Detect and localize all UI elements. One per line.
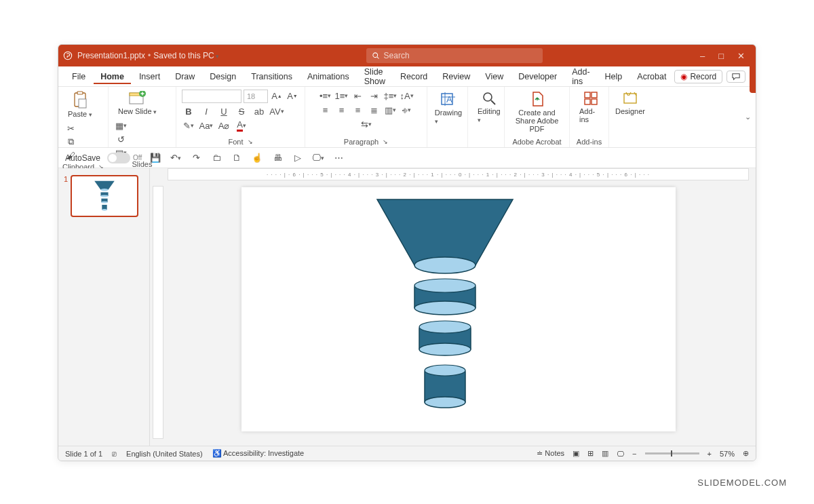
shadow-button[interactable]: ab — [252, 105, 266, 117]
columns-button[interactable]: ▥ — [384, 104, 398, 116]
search-box[interactable]: Search — [366, 48, 543, 63]
highlight-button[interactable]: ✎ — [182, 119, 195, 132]
bold-button[interactable]: B — [182, 105, 195, 117]
close-button[interactable]: ✕ — [737, 51, 745, 61]
slide-thumbnail-panel[interactable]: 1 — [58, 168, 150, 446]
tab-home[interactable]: Home — [94, 69, 131, 84]
tab-design[interactable]: Design — [203, 69, 243, 84]
zoom-in-button[interactable]: + — [708, 450, 712, 458]
smartart-button[interactable]: ⇆ — [360, 118, 373, 130]
qat-more-button[interactable]: ⋯ — [332, 152, 345, 164]
indent-inc-button[interactable]: ⇥ — [368, 90, 381, 102]
align-right-button[interactable]: ≡ — [351, 104, 365, 116]
reset-button[interactable]: ↺ — [114, 133, 128, 145]
tab-record[interactable]: Record — [393, 69, 434, 84]
font-family-select[interactable] — [182, 90, 241, 103]
tab-animations[interactable]: Animations — [301, 69, 356, 84]
strike-button[interactable]: S — [235, 105, 248, 117]
funnel-stage-4[interactable] — [425, 365, 465, 408]
accessibility-indicator[interactable]: ♿ Accessibility: Investigate — [212, 449, 305, 458]
layout-button[interactable]: ▦ — [114, 119, 128, 132]
tab-file[interactable]: File — [65, 69, 92, 84]
decrease-font-button[interactable]: A▼ — [286, 90, 299, 102]
funnel-diagram[interactable] — [241, 187, 676, 431]
new-slide-button[interactable]: New Slide — [114, 90, 161, 117]
tab-developer[interactable]: Developer — [511, 69, 564, 84]
underline-button[interactable]: U — [217, 105, 231, 117]
clear-format-button[interactable]: A⌀ — [217, 119, 231, 132]
paste-button[interactable]: Paste — [64, 90, 96, 119]
sorter-view-button[interactable]: ⊞ — [587, 449, 594, 458]
addins-button[interactable]: Add-ins — [575, 90, 606, 125]
collapse-ribbon-button[interactable]: ⌄ — [739, 87, 756, 147]
save-button[interactable]: 💾 — [149, 152, 162, 164]
tab-slideshow[interactable]: Slide Show — [357, 64, 392, 89]
funnel-stage-2[interactable] — [414, 279, 476, 315]
tab-view[interactable]: View — [478, 69, 510, 84]
acrobat-create-share-button[interactable]: Create and Share Adobe PDF — [510, 90, 564, 134]
slide-indicator[interactable]: Slide 1 of 1 — [65, 450, 102, 458]
reading-view-button[interactable]: ▥ — [602, 449, 608, 458]
record-button[interactable]: ◉Record — [674, 70, 722, 83]
spell-check-icon[interactable]: ⎚ — [112, 450, 117, 458]
tab-transitions[interactable]: Transitions — [244, 69, 299, 84]
drawing-button[interactable]: A Drawing — [433, 90, 464, 126]
indent-dec-button[interactable]: ⇤ — [351, 90, 365, 102]
qat-print-button[interactable]: 🖶 — [271, 152, 284, 164]
normal-view-button[interactable]: ▣ — [573, 449, 579, 458]
slideshow-view-button[interactable]: 🖵 — [617, 450, 624, 458]
increase-font-button[interactable]: A▲ — [270, 90, 284, 102]
funnel-stage-1[interactable] — [377, 199, 513, 273]
text-direction-button[interactable]: ↕A — [400, 90, 414, 102]
zoom-slider[interactable] — [645, 452, 699, 454]
comments-button[interactable] — [726, 71, 745, 83]
autosave-toggle[interactable]: Off — [107, 153, 142, 163]
numbering-button[interactable]: 1≡ — [335, 90, 349, 102]
fit-to-window-button[interactable]: ⊕ — [743, 449, 749, 458]
tab-draw[interactable]: Draw — [168, 69, 201, 84]
tab-review[interactable]: Review — [435, 69, 477, 84]
copy-button[interactable]: ⧉ — [64, 136, 77, 148]
redo-button[interactable]: ↷ — [189, 152, 203, 164]
vertical-ruler[interactable] — [153, 186, 163, 439]
zoom-level[interactable]: 57% — [720, 450, 735, 458]
font-size-select[interactable]: 18 — [244, 90, 268, 103]
accessibility-icon: ♿ — [212, 449, 223, 457]
qat-start-button[interactable]: ▷ — [291, 152, 305, 164]
zoom-out-button[interactable]: − — [632, 450, 636, 458]
bullets-button[interactable]: •≡ — [319, 90, 332, 102]
font-color-button[interactable]: A — [235, 119, 248, 132]
tab-insert[interactable]: Insert — [132, 69, 167, 84]
align-center-button[interactable]: ≡ — [335, 104, 349, 116]
line-spacing-button[interactable]: ‡≡ — [384, 90, 398, 102]
horizontal-ruler[interactable]: · · · · | · 6 · | · · · 5 · | · · · 4 · … — [168, 168, 749, 180]
qat-open-button[interactable]: 🗀 — [210, 152, 223, 164]
slide-canvas[interactable] — [241, 187, 676, 431]
qat-new-button[interactable]: 🗋 — [230, 152, 244, 164]
undo-button[interactable]: ↶ — [169, 152, 182, 164]
spacing-button[interactable]: AV — [270, 105, 284, 117]
tab-help[interactable]: Help — [598, 69, 629, 84]
funnel-stage-3[interactable] — [419, 321, 471, 355]
tab-acrobat[interactable]: Acrobat — [630, 69, 673, 84]
slide-thumbnail-1[interactable] — [71, 175, 138, 217]
save-status[interactable]: Saved to this PC — [153, 51, 219, 60]
file-name[interactable]: Presentation1.pptx — [77, 51, 145, 60]
justify-button[interactable]: ≣ — [368, 104, 381, 116]
minimize-button[interactable]: – — [700, 51, 705, 61]
qat-touch-button[interactable]: ☝ — [250, 152, 264, 164]
italic-button[interactable]: I — [199, 105, 213, 117]
language-indicator[interactable]: English (United States) — [126, 450, 203, 458]
align-left-button[interactable]: ≡ — [319, 104, 332, 116]
dialog-launcher-icon[interactable]: ↘ — [383, 138, 388, 145]
dialog-launcher-icon[interactable]: ↘ — [248, 138, 253, 145]
editing-button[interactable]: Editing — [473, 90, 505, 125]
qat-present-button[interactable]: 🖵 — [311, 152, 325, 164]
tab-addins[interactable]: Add-ins — [565, 64, 596, 89]
designer-button[interactable]: Designer — [615, 90, 646, 117]
cut-button[interactable]: ✂ — [64, 122, 77, 134]
maximize-button[interactable]: □ — [718, 51, 724, 61]
case-button[interactable]: Aa — [199, 119, 213, 132]
notes-button[interactable]: ≐ Notes — [537, 449, 564, 458]
align-text-button[interactable]: ⎆ — [400, 104, 414, 116]
